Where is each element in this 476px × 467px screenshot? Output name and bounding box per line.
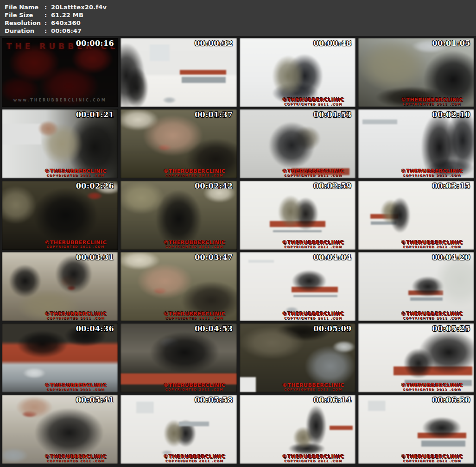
- watermark-line2: COPYRIGHTED 2011 .COM: [401, 460, 463, 463]
- watermark-line2: COPYRIGHTED 2011 .COM: [164, 317, 226, 320]
- timestamp-overlay: 00:06:14: [313, 396, 352, 404]
- file-name-value: 20Latttex20.f4v: [51, 4, 107, 11]
- timestamp-overlay: 00:01:37: [195, 110, 233, 119]
- watermark-line2: COPYRIGHTED 2011 .COM: [164, 460, 226, 463]
- resolution-label: Resolution: [5, 19, 44, 27]
- watermark-line1: ©THERUBBERCLINIC: [401, 454, 463, 459]
- copyright-watermark: ©THERUBBERCLINICCOPYRIGHTED 2011 .COM: [44, 311, 107, 320]
- timestamp-overlay: 00:00:16: [76, 39, 114, 48]
- video-thumbnail[interactable]: THE RUBBER CLINICwww.THERUBBERCLINIC.COM…: [2, 38, 118, 107]
- video-thumbnail[interactable]: 00:03:47©THERUBBERCLINICCOPYRIGHTED 2011…: [121, 252, 236, 321]
- timestamp-overlay: 00:01:53: [313, 110, 352, 119]
- watermark-line1: ©THERUBBERCLINIC: [401, 240, 463, 245]
- watermark-line2: COPYRIGHTED 2011 .COM: [401, 388, 463, 391]
- watermark-line2: COPYRIGHTED 2011 .COM: [44, 174, 107, 177]
- watermark-line2: COPYRIGHTED 2011 .COM: [282, 103, 344, 106]
- watermark-line2: COPYRIGHTED 2011 .COM: [44, 388, 107, 391]
- timestamp-overlay: 00:00:48: [313, 39, 352, 48]
- watermark-line1: ©THERUBBERCLINIC: [282, 240, 344, 245]
- watermark-line1: ©THERUBBERCLINIC: [164, 311, 226, 316]
- video-thumbnail[interactable]: 00:03:15©THERUBBERCLINICCOPYRIGHTED 2011…: [358, 181, 474, 250]
- copyright-watermark: ©THERUBBERCLINICCOPYRIGHTED 2011 .COM: [164, 311, 226, 320]
- thumbnail-grid: THE RUBBER CLINICwww.THERUBBERCLINIC.COM…: [0, 36, 476, 467]
- file-size-label: File Size: [5, 11, 44, 19]
- thumbnail-image: [121, 38, 236, 107]
- watermark-line2: COPYRIGHTED 2011 .COM: [44, 460, 107, 463]
- timestamp-overlay: 00:02:10: [432, 110, 470, 119]
- file-info-header: File Name:20Latttex20.f4v File Size:61.2…: [0, 0, 476, 36]
- video-thumbnail[interactable]: 00:01:37©THERUBBERCLINICCOPYRIGHTED 2011…: [121, 109, 236, 178]
- watermark-line2: COPYRIGHTED 2011 .COM: [282, 174, 344, 177]
- video-thumbnail[interactable]: 00:02:10©THERUBBERCLINICCOPYRIGHTED 2011…: [358, 109, 474, 178]
- watermark-line1: ©THERUBBERCLINIC: [44, 454, 107, 459]
- intro-url-text: www.THERUBBERCLINIC.COM: [2, 98, 118, 102]
- watermark-line1: ©THERUBBERCLINIC: [282, 383, 344, 388]
- watermark-line1: ©THERUBBERCLINIC: [44, 311, 107, 316]
- video-thumbnail[interactable]: 00:04:36©THERUBBERCLINICCOPYRIGHTED 2011…: [2, 323, 118, 392]
- watermark-line2: COPYRIGHTED 2011 .COM: [44, 246, 107, 249]
- video-thumbnail[interactable]: 00:05:58©THERUBBERCLINICCOPYRIGHTED 2011…: [121, 395, 236, 464]
- video-thumbnail[interactable]: 00:06:14©THERUBBERCLINICCOPYRIGHTED 2011…: [240, 395, 355, 464]
- video-thumbnail[interactable]: 00:05:09©THERUBBERCLINICCOPYRIGHTED 2011…: [240, 323, 355, 392]
- file-info-row: File Name:20Latttex20.f4v: [5, 3, 476, 11]
- video-thumbnail[interactable]: 00:05:25©THERUBBERCLINICCOPYRIGHTED 2011…: [358, 323, 474, 392]
- timestamp-overlay: 00:04:04: [313, 253, 352, 262]
- copyright-watermark: ©THERUBBERCLINICCOPYRIGHTED 2011 .COM: [401, 97, 463, 106]
- timestamp-overlay: 00:01:21: [76, 110, 114, 119]
- copyright-watermark: ©THERUBBERCLINICCOPYRIGHTED 2011 .COM: [44, 169, 107, 177]
- video-thumbnail[interactable]: 00:02:42©THERUBBERCLINICCOPYRIGHTED 2011…: [121, 181, 236, 250]
- watermark-line1: ©THERUBBERCLINIC: [282, 311, 344, 316]
- watermark-line1: ©THERUBBERCLINIC: [164, 169, 226, 174]
- file-info-row: Resolution:640x360: [5, 19, 476, 27]
- timestamp-overlay: 00:05:25: [432, 324, 470, 333]
- copyright-watermark: ©THERUBBERCLINICCOPYRIGHTED 2011 .COM: [401, 311, 463, 320]
- video-contact-sheet: File Name:20Latttex20.f4v File Size:61.2…: [0, 0, 476, 467]
- watermark-line1: ©THERUBBERCLINIC: [282, 169, 344, 174]
- watermark-line2: COPYRIGHTED 2011 .COM: [401, 317, 463, 320]
- duration-label: Duration: [5, 27, 44, 35]
- copyright-watermark: ©THERUBBERCLINICCOPYRIGHTED 2011 .COM: [401, 169, 463, 177]
- copyright-watermark: ©THERUBBERCLINICCOPYRIGHTED 2011 .COM: [44, 454, 107, 463]
- watermark-line1: ©THERUBBERCLINIC: [282, 454, 344, 459]
- video-thumbnail[interactable]: 00:01:05©THERUBBERCLINICCOPYRIGHTED 2011…: [358, 38, 474, 107]
- timestamp-overlay: 00:03:15: [432, 182, 470, 190]
- video-thumbnail[interactable]: 00:06:30©THERUBBERCLINICCOPYRIGHTED 2011…: [358, 395, 474, 464]
- watermark-line2: COPYRIGHTED 2011 .COM: [401, 103, 463, 106]
- file-info-row: Duration:00:06:47: [5, 27, 476, 35]
- video-thumbnail[interactable]: 00:01:21©THERUBBERCLINICCOPYRIGHTED 2011…: [2, 109, 118, 178]
- copyright-watermark: ©THERUBBERCLINICCOPYRIGHTED 2011 .COM: [282, 311, 344, 320]
- video-thumbnail[interactable]: 00:04:20©THERUBBERCLINICCOPYRIGHTED 2011…: [358, 252, 474, 321]
- duration-value: 00:06:47: [51, 27, 82, 34]
- video-thumbnail[interactable]: 00:03:31©THERUBBERCLINICCOPYRIGHTED 2011…: [2, 252, 118, 321]
- timestamp-overlay: 00:05:41: [76, 396, 114, 404]
- watermark-line1: ©THERUBBERCLINIC: [282, 97, 344, 102]
- timestamp-overlay: 00:04:20: [432, 253, 470, 262]
- timestamp-overlay: 00:03:47: [195, 253, 233, 262]
- copyright-watermark: ©THERUBBERCLINICCOPYRIGHTED 2011 .COM: [401, 454, 463, 463]
- separator: :: [44, 3, 51, 11]
- watermark-line1: ©THERUBBERCLINIC: [164, 454, 226, 459]
- watermark-line2: COPYRIGHTED 2011 .COM: [164, 174, 226, 177]
- copyright-watermark: ©THERUBBERCLINICCOPYRIGHTED 2011 .COM: [401, 383, 463, 391]
- video-thumbnail[interactable]: 00:00:32: [121, 38, 236, 107]
- separator: :: [44, 27, 51, 35]
- separator: :: [44, 11, 51, 19]
- watermark-line2: COPYRIGHTED 2011 .COM: [282, 317, 344, 320]
- video-thumbnail[interactable]: 00:04:53©THERUBBERCLINICCOPYRIGHTED 2011…: [121, 323, 236, 392]
- timestamp-overlay: 00:03:31: [76, 253, 114, 262]
- watermark-line1: ©THERUBBERCLINIC: [401, 97, 463, 102]
- watermark-line1: ©THERUBBERCLINIC: [164, 383, 226, 388]
- timestamp-overlay: 00:05:58: [195, 396, 233, 404]
- video-thumbnail[interactable]: 00:02:26©THERUBBERCLINICCOPYRIGHTED 2011…: [2, 181, 118, 250]
- video-thumbnail[interactable]: 00:01:53©THERUBBERCLINICCOPYRIGHTED 2011…: [240, 109, 355, 178]
- video-thumbnail[interactable]: 00:05:41©THERUBBERCLINICCOPYRIGHTED 2011…: [2, 395, 118, 464]
- copyright-watermark: ©THERUBBERCLINICCOPYRIGHTED 2011 .COM: [44, 383, 107, 391]
- video-thumbnail[interactable]: 00:02:59©THERUBBERCLINICCOPYRIGHTED 2011…: [240, 181, 355, 250]
- timestamp-overlay: 00:02:42: [195, 182, 233, 190]
- file-info-row: File Size:61.22 MB: [5, 11, 476, 19]
- video-thumbnail[interactable]: 00:04:04©THERUBBERCLINICCOPYRIGHTED 2011…: [240, 252, 355, 321]
- timestamp-overlay: 00:06:30: [432, 396, 470, 404]
- timestamp-overlay: 00:05:09: [313, 324, 352, 333]
- video-thumbnail[interactable]: 00:00:48©THERUBBERCLINICCOPYRIGHTED 2011…: [240, 38, 355, 107]
- copyright-watermark: ©THERUBBERCLINICCOPYRIGHTED 2011 .COM: [282, 454, 344, 463]
